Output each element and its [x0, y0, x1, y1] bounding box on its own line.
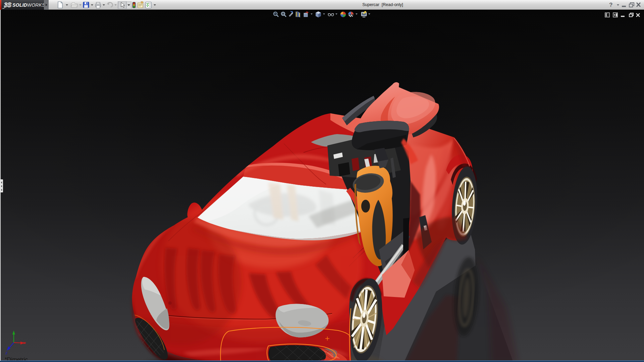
svg-text:Z: Z [5, 351, 8, 355]
svg-text:?: ? [609, 2, 612, 8]
svg-text:SOLIDWORKS: SOLIDWORKS [12, 2, 45, 8]
